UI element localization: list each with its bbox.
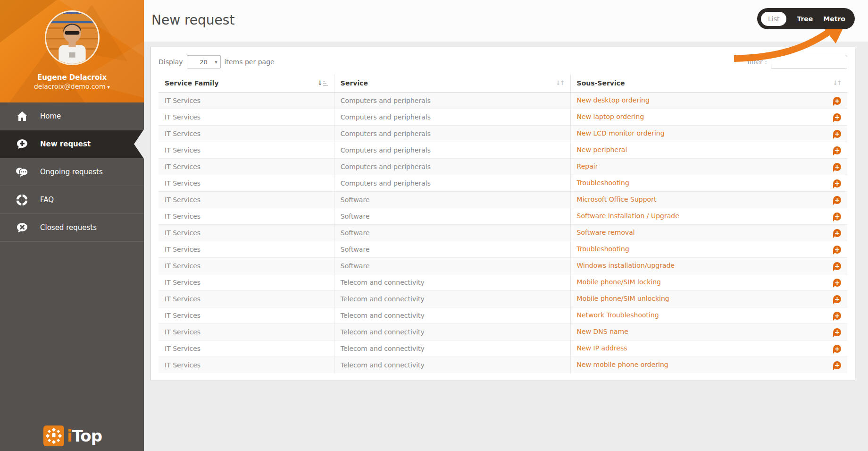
add-request-icon[interactable] <box>833 279 841 287</box>
cell-service: Software <box>334 241 570 258</box>
filter-input[interactable] <box>771 55 847 69</box>
table-controls: Display 20 ▾ items per page filter : <box>159 54 847 69</box>
page-size-select[interactable]: 20 ▾ <box>187 55 221 68</box>
sous-service-link[interactable]: Repair <box>577 162 598 170</box>
cell-service: Software <box>334 208 570 225</box>
add-request-icon[interactable] <box>833 229 841 237</box>
content-panel: Display 20 ▾ items per page filter : Ser… <box>150 47 855 380</box>
column-header-service-family[interactable]: Service Family ↓ <box>159 74 334 93</box>
cell-service-family: IT Services <box>159 241 334 258</box>
cell-service-family: IT Services <box>159 324 334 340</box>
sidebar-item-label: Closed requests <box>40 223 97 232</box>
cell-sous-service: Network Troubleshooting <box>570 307 847 324</box>
sidebar-item-new-request[interactable]: New request <box>0 130 144 158</box>
sous-service-link[interactable]: New mobile phone ordering <box>577 361 668 368</box>
cell-service-family: IT Services <box>159 307 334 324</box>
view-toggle-list[interactable]: List <box>761 12 786 26</box>
avatar <box>45 10 100 65</box>
sous-service-link[interactable]: Mobile phone/SIM locking <box>577 278 661 286</box>
sous-service-link[interactable]: New peripheral <box>577 146 627 153</box>
sous-service-link[interactable]: Troubleshooting <box>577 179 629 187</box>
column-header-service[interactable]: Service ↓↑ <box>334 74 570 93</box>
itop-logo-text: iTop <box>67 426 102 445</box>
sous-service-link[interactable]: Mobile phone/SIM unlocking <box>577 295 669 302</box>
display-label: Display <box>159 58 183 66</box>
add-request-icon[interactable] <box>833 312 841 320</box>
filter-label: filter : <box>747 58 767 66</box>
cell-service: Telecom and connectivity <box>334 340 570 357</box>
table-row: IT Services Telecom and connectivity Mob… <box>159 291 847 307</box>
sort-icon: ↓↑ <box>556 79 564 86</box>
add-request-icon[interactable] <box>833 262 841 270</box>
cell-service-family: IT Services <box>159 225 334 241</box>
services-table: Service Family ↓ Service ↓↑ Sous-Service… <box>159 74 847 373</box>
sous-service-link[interactable]: Network Troubleshooting <box>577 311 659 319</box>
home-icon <box>16 111 28 122</box>
sidebar-item-label: Home <box>40 112 61 120</box>
add-request-icon[interactable] <box>833 113 841 121</box>
cell-sous-service: New peripheral <box>570 142 847 159</box>
sous-service-link[interactable]: Windows installation/upgrade <box>577 262 675 269</box>
add-request-icon[interactable] <box>833 361 841 369</box>
sous-service-link[interactable]: Software Installation / Upgrade <box>577 212 679 220</box>
sidebar-menu: Home New request <box>0 102 144 242</box>
cell-service-family: IT Services <box>159 274 334 291</box>
page-title: New request <box>151 12 234 28</box>
sidebar-item-closed-requests[interactable]: Closed requests <box>0 214 144 242</box>
add-request-icon[interactable] <box>833 295 841 303</box>
cell-service: Telecom and connectivity <box>334 274 570 291</box>
sous-service-link[interactable]: New LCD monitor ordering <box>577 129 665 137</box>
column-header-sous-service[interactable]: Sous-Service ↓↑ <box>570 74 847 93</box>
sidebar-item-label: New request <box>40 140 91 148</box>
topbar: New request List Tree Metro <box>144 0 868 42</box>
sous-service-link[interactable]: Software removal <box>577 229 635 236</box>
table-row: IT Services Computers and peripherals Ne… <box>159 126 847 142</box>
cell-sous-service: New laptop ordering <box>570 109 847 126</box>
add-request-icon[interactable] <box>833 130 841 138</box>
add-request-icon[interactable] <box>833 196 841 204</box>
sort-amount-icon <box>323 81 328 86</box>
cell-service-family: IT Services <box>159 192 334 208</box>
cell-sous-service: New DNS name <box>570 324 847 340</box>
add-request-icon[interactable] <box>833 179 841 187</box>
sidebar-item-home[interactable]: Home <box>0 102 144 130</box>
faq-icon <box>16 194 28 205</box>
sous-service-link[interactable]: New IP address <box>577 344 627 352</box>
add-request-icon[interactable] <box>833 97 841 105</box>
user-menu[interactable]: delacroix@demo.com▾ <box>0 83 144 90</box>
add-request-icon[interactable] <box>833 345 841 353</box>
view-toggle-metro[interactable]: Metro <box>823 15 845 23</box>
add-request-icon[interactable] <box>833 146 841 154</box>
add-request-icon[interactable] <box>833 213 841 221</box>
sous-service-link[interactable]: New desktop ordering <box>577 96 650 104</box>
cell-service: Telecom and connectivity <box>334 357 570 374</box>
sous-service-link[interactable]: New laptop ordering <box>577 113 644 120</box>
add-request-icon[interactable] <box>833 328 841 336</box>
page-size-controls: Display 20 ▾ items per page <box>159 55 275 68</box>
cell-service: Telecom and connectivity <box>334 324 570 340</box>
sidebar: Eugene Delacroix delacroix@demo.com▾ Hom… <box>0 0 144 451</box>
table-row: IT Services Telecom and connectivity New… <box>159 324 847 340</box>
cell-service: Computers and peripherals <box>334 126 570 142</box>
user-profile: Eugene Delacroix delacroix@demo.com▾ <box>0 0 144 102</box>
cell-service: Computers and peripherals <box>334 142 570 159</box>
add-request-icon[interactable] <box>833 246 841 254</box>
sous-service-link[interactable]: New DNS name <box>577 328 628 335</box>
table-row: IT Services Software Software Installati… <box>159 208 847 225</box>
add-request-icon[interactable] <box>833 163 841 171</box>
sidebar-item-label: Ongoing requests <box>40 168 103 176</box>
table-row: IT Services Telecom and connectivity Mob… <box>159 274 847 291</box>
cell-sous-service: Mobile phone/SIM locking <box>570 274 847 291</box>
table-row: IT Services Telecom and connectivity Net… <box>159 307 847 324</box>
cell-service-family: IT Services <box>159 126 334 142</box>
sidebar-item-faq[interactable]: FAQ <box>0 186 144 214</box>
sidebar-item-label: FAQ <box>40 196 54 204</box>
cell-service-family: IT Services <box>159 109 334 126</box>
cell-service-family: IT Services <box>159 357 334 374</box>
sous-service-link[interactable]: Troubleshooting <box>577 245 629 253</box>
table-row: IT Services Computers and peripherals Re… <box>159 159 847 175</box>
sidebar-item-ongoing-requests[interactable]: Ongoing requests <box>0 158 144 186</box>
cell-sous-service: Software Installation / Upgrade <box>570 208 847 225</box>
sous-service-link[interactable]: Microsoft Office Support <box>577 196 657 203</box>
view-toggle-tree[interactable]: Tree <box>797 15 813 23</box>
